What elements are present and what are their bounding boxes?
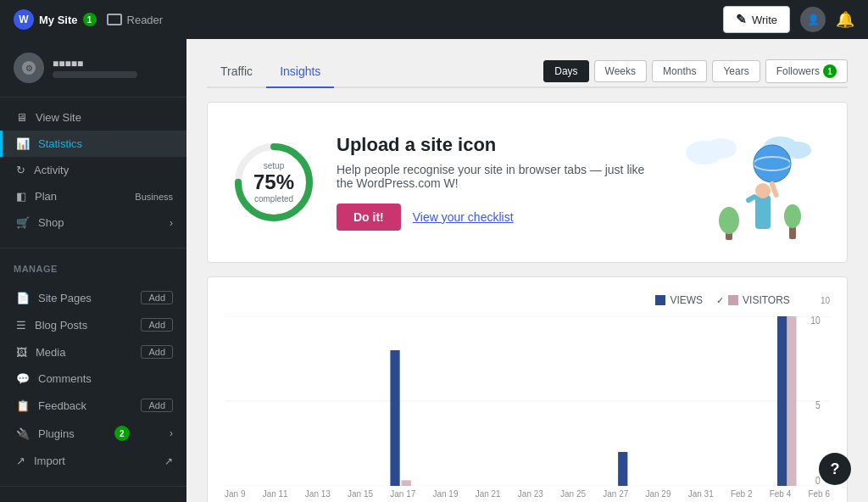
main-content: Traffic Insights Days Weeks Months Years… (186, 39, 868, 502)
plan-badge-text: Business (135, 192, 173, 202)
media-icon: 🖼 (16, 346, 27, 359)
topbar-right: ✎ Write 👤 🔔 (723, 6, 854, 33)
x-label-feb2: Feb 2 (731, 489, 753, 499)
add-site-pages-button[interactable]: Add (141, 291, 173, 304)
sidebar-divider-1 (0, 248, 186, 248)
sidebar-item-label: Import (34, 455, 65, 467)
notifications-bell-icon[interactable]: 🔔 (836, 10, 854, 29)
sidebar-item-plugins[interactable]: 🔌 Plugins 2 › (0, 419, 186, 448)
bar-views-jan29 (618, 452, 627, 486)
banner-title: Upload a site icon (337, 134, 650, 156)
svg-rect-14 (769, 181, 779, 198)
tab-insights[interactable]: Insights (266, 56, 334, 88)
y-axis-labels: 10 (821, 296, 830, 305)
reader-label: Reader (127, 14, 164, 26)
sidebar-item-statistics[interactable]: 📊 Statistics (0, 131, 186, 157)
chart-legend: VIEWS ✓ VISITORS 10 (225, 294, 830, 306)
views-legend-dot (655, 295, 665, 305)
x-label-jan29: Jan 29 (645, 489, 670, 499)
x-label-jan21: Jan 21 (476, 489, 501, 499)
banner-illustration (670, 123, 823, 242)
sidebar-site[interactable]: ⚙ ■■■■■ (0, 39, 186, 98)
sidebar-item-label: Feedback (38, 399, 86, 412)
svg-point-16 (719, 207, 739, 234)
period-weeks-button[interactable]: Weeks (594, 60, 647, 82)
sidebar-item-media[interactable]: 🖼 Media Add (0, 338, 186, 365)
sidebar-divider-2 (0, 486, 186, 487)
sidebar-item-label: Plugins (38, 427, 75, 440)
add-media-button[interactable]: Add (141, 345, 173, 359)
posts-icon: ☰ (16, 319, 26, 332)
banner-content: Upload a site icon Help people recognise… (337, 134, 650, 231)
sidebar-item-label: Statistics (38, 137, 82, 150)
sidebar-item-label: Media (36, 346, 65, 359)
sidebar-item-shop[interactable]: 🛒 Shop › (0, 209, 186, 236)
period-days-button[interactable]: Days (543, 60, 588, 82)
reader-nav[interactable]: Reader (107, 14, 164, 26)
plugin-icon: 🔌 (16, 427, 30, 440)
chart-svg: 10 5 0 (225, 316, 830, 486)
sidebar-item-feedback[interactable]: 📋 Feedback Add (0, 392, 186, 419)
sidebar-item-label: Activity (34, 164, 69, 176)
progress-percent: 75% (253, 170, 294, 194)
topbar: W My Site 1 Reader ✎ Write 👤 🔔 (0, 0, 868, 39)
chevron-right-icon: › (170, 217, 173, 229)
x-label-jan13: Jan 13 (305, 489, 331, 499)
doit-button[interactable]: Do it! (337, 204, 401, 231)
x-label-jan27: Jan 27 (603, 489, 628, 499)
site-avatar-icon: ⚙ (14, 53, 44, 83)
banner-actions: Do it! View your checklist (337, 204, 650, 231)
x-label-jan23: Jan 23 (518, 489, 543, 499)
add-new-site-button[interactable]: ⊕ ADD NEW SITE (0, 492, 186, 502)
x-label-jan11: Jan 11 (263, 489, 288, 499)
followers-button[interactable]: Followers 1 (765, 59, 848, 83)
external-link-icon: ↗ (164, 455, 173, 467)
site-name: My Site (39, 14, 78, 26)
cart-icon: 🛒 (16, 216, 30, 229)
sidebar-item-label: Plan (35, 190, 57, 203)
visitors-legend-dot (728, 295, 738, 305)
reader-icon (107, 14, 122, 25)
chart-wrapper: 10 5 0 (225, 316, 830, 486)
sidebar-item-import[interactable]: ↗ Import ↗ (0, 448, 186, 474)
chart-area: VIEWS ✓ VISITORS 10 10 (207, 276, 848, 502)
x-label-feb6: Feb 6 (808, 489, 830, 499)
y-max-label: 10 (821, 296, 830, 305)
checklist-link[interactable]: View your checklist (413, 210, 514, 224)
plugins-badge: 2 (114, 426, 130, 441)
period-months-button[interactable]: Months (652, 60, 707, 82)
sidebar-item-label: View Site (36, 111, 81, 124)
activity-icon: ↻ (16, 164, 25, 176)
followers-label: Followers (776, 65, 820, 77)
x-label-jan15: Jan 15 (348, 489, 373, 499)
sidebar-item-blog-posts[interactable]: ☰ Blog Posts Add (0, 311, 186, 338)
legend-views: VIEWS (655, 294, 703, 306)
sidebar-item-label: Site Pages (38, 292, 92, 304)
sidebar-item-site-pages[interactable]: 📄 Site Pages Add (0, 284, 186, 311)
help-button[interactable]: ? (819, 453, 851, 485)
period-years-button[interactable]: Years (712, 60, 760, 82)
tab-traffic[interactable]: Traffic (207, 56, 266, 88)
legend-visitors: ✓ VISITORS (716, 294, 790, 306)
add-feedback-button[interactable]: Add (141, 399, 173, 412)
add-blog-posts-button[interactable]: Add (141, 318, 173, 332)
svg-text:0: 0 (815, 475, 821, 486)
sidebar-item-activity[interactable]: ↻ Activity (0, 157, 186, 183)
bar-chart-icon: 📊 (16, 137, 30, 150)
bar-visitors-feb6 (787, 316, 796, 486)
user-avatar[interactable]: 👤 (800, 7, 826, 32)
manage-section-title: Manage (0, 254, 186, 277)
svg-rect-11 (755, 195, 771, 229)
site-logo[interactable]: W My Site 1 (14, 9, 97, 30)
sidebar-item-comments[interactable]: 💬 Comments (0, 365, 186, 392)
legend-visitors-label: VISITORS (743, 294, 790, 306)
sidebar-item-plan[interactable]: ◧ Plan Business (0, 183, 186, 209)
chart-x-labels: Jan 9 Jan 11 Jan 13 Jan 15 Jan 17 Jan 19… (225, 486, 830, 499)
svg-text:⚙: ⚙ (25, 64, 33, 73)
svg-text:5: 5 (815, 399, 821, 410)
svg-point-18 (784, 204, 801, 228)
x-label-jan31: Jan 31 (688, 489, 714, 499)
sidebar-item-view-site[interactable]: 🖥 View Site (0, 104, 186, 131)
write-button[interactable]: ✎ Write (723, 6, 790, 33)
bar-views-jan17 (390, 350, 399, 486)
